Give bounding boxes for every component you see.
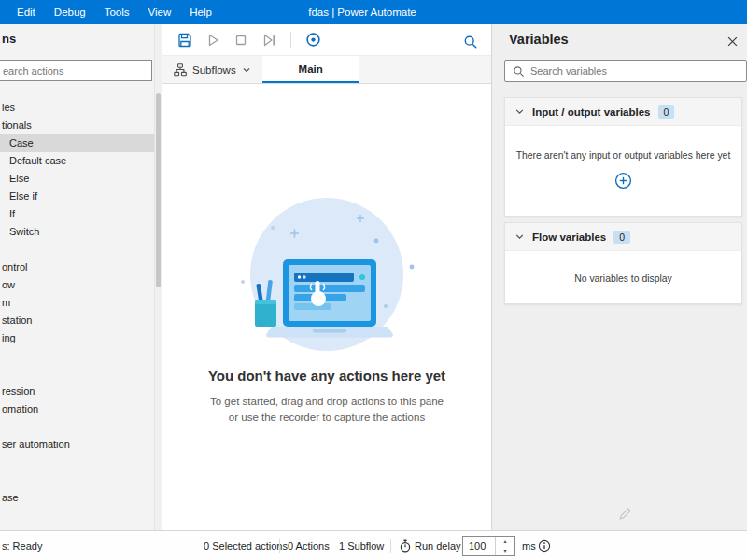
tab-main[interactable]: Main — [262, 56, 359, 83]
search-icon — [513, 65, 525, 77]
toolbar-divider — [290, 32, 291, 48]
variables-panel: Variables Input / output variables 0 The… — [492, 24, 747, 530]
status-ready-text: s: Ready — [2, 540, 42, 552]
actions-panel: ns les tionals Case Default case Else El… — [0, 24, 162, 530]
actions-row-spacer — [0, 347, 154, 365]
io-variables-empty-text: There aren't any input or output variabl… — [505, 150, 741, 161]
menu-view[interactable]: View — [139, 0, 181, 24]
workspace-panel: Subflows Main — [162, 24, 492, 530]
actions-row-spacer — [0, 418, 154, 436]
subflow-icon — [174, 63, 187, 77]
actions-count: 0 Actions — [288, 540, 330, 552]
close-icon — [727, 36, 738, 47]
flow-variables-title: Flow variables — [532, 231, 606, 243]
actions-scrollbar-thumb[interactable] — [156, 93, 161, 287]
save-icon — [177, 33, 192, 48]
subflow-tab-bar: Subflows Main — [162, 56, 491, 84]
spinner-down-button[interactable]: ▾ — [496, 546, 514, 555]
actions-group-flow-control[interactable]: ontrol — [0, 259, 154, 276]
flow-canvas[interactable]: You don't have any actions here yet To g… — [162, 84, 491, 530]
variables-panel-title: Variables — [509, 32, 569, 47]
menu-tools[interactable]: Tools — [95, 0, 139, 24]
stopwatch-icon — [399, 539, 412, 553]
flow-variables-empty-text: No variables to display — [505, 273, 741, 284]
flow-variables-body: No variables to display — [505, 251, 741, 303]
action-item-default-case[interactable]: Default case — [0, 152, 154, 170]
menu-help[interactable]: Help — [180, 0, 221, 24]
actions-tree: les tionals Case Default case Else Else … — [0, 99, 154, 507]
chevron-down-icon — [514, 231, 525, 242]
action-item-if[interactable]: If — [0, 205, 154, 223]
run-next-action-button[interactable] — [260, 31, 278, 49]
io-variables-header[interactable]: Input / output variables 0 — [505, 98, 741, 126]
io-variables-body: There aren't any input or output variabl… — [505, 126, 741, 216]
actions-row-spacer — [0, 241, 154, 259]
search-icon — [463, 35, 478, 49]
status-divider — [279, 539, 280, 553]
empty-state-illustration — [229, 194, 425, 355]
record-icon — [305, 32, 321, 48]
selected-actions-count: 0 Selected actions — [204, 540, 288, 552]
empty-state-line1: To get started, drag and drop actions to… — [210, 394, 444, 410]
menu-debug[interactable]: Debug — [45, 0, 95, 24]
subflows-label: Subflows — [192, 64, 236, 76]
tab-main-label: Main — [299, 63, 323, 75]
actions-scrollbar[interactable] — [154, 24, 162, 530]
empty-state-subtitle: To get started, drag and drop actions to… — [210, 394, 444, 425]
workspace-search-button[interactable] — [461, 33, 480, 51]
actions-row-spacer — [0, 471, 154, 489]
actions-group-workstation[interactable]: station — [0, 312, 154, 329]
run-button[interactable] — [204, 31, 222, 49]
status-divider — [390, 539, 391, 553]
io-variables-count-badge: 0 — [658, 105, 675, 119]
actions-row-spacer — [0, 454, 154, 471]
info-icon[interactable] — [538, 539, 551, 553]
stop-button[interactable] — [232, 31, 250, 49]
workspace-toolbar — [162, 24, 491, 56]
actions-group-compression[interactable]: ression — [0, 383, 154, 400]
action-item-else[interactable]: Else — [0, 170, 154, 188]
run-delay-input[interactable] — [463, 537, 495, 555]
io-variables-title: Input / output variables — [532, 106, 651, 118]
action-item-else-if[interactable]: Else if — [0, 188, 154, 205]
run-delay-unit: ms — [522, 540, 536, 552]
actions-group-database[interactable]: ase — [0, 489, 154, 507]
menu-bar: Edit Debug Tools View Help fdas | Power … — [0, 0, 747, 24]
plus-circle-icon — [614, 172, 632, 189]
flow-variables-count-badge: 0 — [613, 231, 630, 244]
flow-variables-header[interactable]: Flow variables 0 — [505, 223, 741, 251]
add-io-variable-button[interactable] — [614, 172, 632, 192]
actions-row-spacer — [0, 365, 154, 383]
action-item-case[interactable]: Case — [0, 134, 154, 152]
run-delay-spinner[interactable]: ▴ ▾ — [462, 536, 515, 556]
save-button[interactable] — [176, 31, 194, 49]
actions-group-conditionals[interactable]: tionals — [0, 117, 154, 134]
variables-search-input[interactable] — [530, 65, 739, 77]
status-bar: s: Ready 0 Selected actions 0 Actions 1 … — [0, 530, 747, 560]
actions-search-input[interactable] — [0, 60, 152, 81]
play-icon — [205, 33, 220, 48]
window-title: fdas | Power Automate — [308, 7, 416, 18]
actions-group-ui-automation[interactable]: omation — [0, 400, 154, 418]
io-variables-section: Input / output variables 0 There aren't … — [504, 97, 742, 217]
action-item-switch[interactable]: Switch — [0, 223, 154, 241]
run-delay-label: Run delay — [415, 540, 461, 552]
menu-edit[interactable]: Edit — [7, 0, 45, 24]
step-over-icon — [261, 33, 276, 48]
actions-group-system[interactable]: m — [0, 294, 154, 312]
spinner-up-button[interactable]: ▴ — [496, 537, 514, 546]
actions-group-browser-automation[interactable]: ser automation — [0, 436, 154, 454]
recorder-button[interactable] — [303, 31, 322, 49]
flow-variables-section: Flow variables 0 No variables to display — [504, 222, 742, 304]
chevron-down-icon — [242, 65, 251, 75]
actions-group-scripting[interactable]: ing — [0, 329, 154, 347]
variables-search-box[interactable] — [504, 60, 747, 82]
actions-group-run-flow[interactable]: ow — [0, 276, 154, 294]
subflow-count: 1 Subflow — [339, 540, 384, 552]
subflows-dropdown[interactable]: Subflows — [162, 56, 262, 83]
empty-state-line2: or use the recorder to capture the actio… — [210, 410, 444, 426]
actions-group-variables[interactable]: les — [0, 99, 154, 117]
chevron-down-icon — [514, 106, 525, 117]
close-variables-button[interactable] — [725, 34, 740, 49]
status-divider — [331, 539, 331, 553]
